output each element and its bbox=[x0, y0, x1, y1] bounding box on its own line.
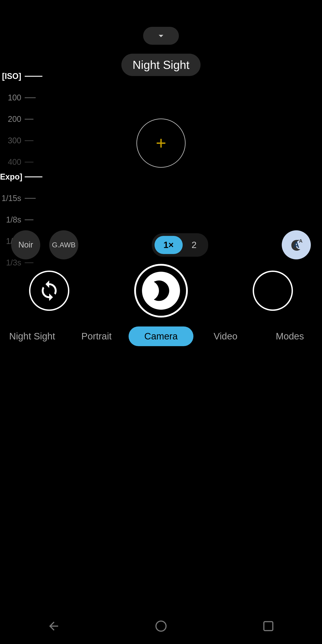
iso-200-line bbox=[24, 119, 34, 120]
expo-1-15-line bbox=[24, 198, 36, 199]
gawb-label: G.AWB bbox=[52, 241, 75, 249]
mode-video-label: Video bbox=[214, 331, 238, 342]
svg-text:A: A bbox=[299, 238, 302, 244]
iso-300-line bbox=[24, 140, 34, 141]
mode-portrait[interactable]: Portrait bbox=[64, 326, 129, 346]
expo-scale: Expo] 1/15s 1/8s 1/4s 1/3s bbox=[0, 172, 49, 280]
home-icon bbox=[154, 620, 168, 633]
iso-scale: [ISO] 100 200 300 400 bbox=[0, 72, 45, 179]
expo-1-15-item: 1/15s bbox=[0, 194, 49, 203]
iso-200-item: 200 bbox=[0, 114, 45, 124]
back-icon bbox=[47, 620, 60, 633]
mode-modes-label: Modes bbox=[276, 331, 304, 342]
mode-modes[interactable]: Modes bbox=[258, 326, 322, 346]
night-sight-label: Night Sight bbox=[132, 58, 190, 71]
expo-base-label: Expo] bbox=[0, 172, 24, 182]
back-button[interactable] bbox=[45, 617, 62, 635]
svg-point-1 bbox=[156, 621, 166, 631]
iso-base-line bbox=[24, 76, 42, 77]
shutter-moon-icon bbox=[149, 278, 173, 303]
expo-base-line bbox=[24, 176, 42, 177]
camera-row bbox=[0, 264, 322, 318]
iso-200-label: 200 bbox=[0, 114, 24, 124]
expo-1-8-line bbox=[24, 219, 34, 220]
mode-night-sight[interactable]: Night Sight bbox=[0, 326, 64, 346]
zoom-toggle: 1× 2 bbox=[152, 233, 208, 257]
focus-plus-icon: + bbox=[156, 134, 166, 152]
iso-300-item: 300 bbox=[0, 136, 45, 145]
zoom-2x-label: 2 bbox=[192, 240, 196, 250]
recents-icon bbox=[262, 620, 275, 633]
iso-400-label: 400 bbox=[0, 158, 24, 167]
expo-1-8-item: 1/8s bbox=[0, 215, 49, 224]
controls-row: Noir G.AWB 1× 2 A A bbox=[0, 230, 322, 260]
navigation-bar bbox=[0, 608, 322, 644]
iso-100-label: 100 bbox=[0, 93, 24, 102]
flip-camera-icon bbox=[38, 280, 60, 302]
iso-300-label: 300 bbox=[0, 136, 24, 145]
iso-100-item: 100 bbox=[0, 93, 45, 102]
mode-video[interactable]: Video bbox=[194, 326, 258, 346]
noir-label: Noir bbox=[18, 240, 33, 250]
night-sight-badge: Night Sight bbox=[122, 54, 200, 76]
iso-400-line bbox=[24, 162, 34, 162]
expo-1-8-label: 1/8s bbox=[0, 215, 24, 224]
auto-label: A bbox=[293, 240, 299, 250]
iso-400-item: 400 bbox=[0, 158, 45, 167]
shutter-inner bbox=[142, 272, 180, 310]
focus-circle[interactable]: + bbox=[136, 118, 186, 168]
noir-button[interactable]: Noir bbox=[11, 230, 40, 260]
zoom-2x-button[interactable]: 2 bbox=[183, 236, 206, 254]
gallery-button[interactable] bbox=[253, 270, 293, 311]
mode-camera[interactable]: Camera bbox=[128, 326, 193, 346]
iso-100-line bbox=[24, 97, 36, 98]
expo-1-3-line bbox=[24, 262, 34, 263]
expo-base-item: Expo] bbox=[0, 172, 49, 182]
mode-camera-label: Camera bbox=[144, 331, 178, 342]
recents-button[interactable] bbox=[260, 617, 277, 635]
chevron-button[interactable] bbox=[143, 27, 179, 45]
svg-rect-2 bbox=[264, 622, 273, 630]
shutter-button[interactable] bbox=[134, 264, 188, 318]
mode-portrait-label: Portrait bbox=[82, 331, 112, 342]
zoom-1x-label: 1× bbox=[164, 240, 174, 250]
iso-base-item: [ISO] bbox=[0, 72, 45, 81]
home-button[interactable] bbox=[152, 617, 170, 635]
camera-screen: Night Sight [ISO] 100 200 300 400 + Expo bbox=[0, 0, 322, 644]
iso-base-label: [ISO] bbox=[0, 72, 24, 81]
flip-camera-button[interactable] bbox=[29, 270, 69, 311]
gawb-button[interactable]: G.AWB bbox=[49, 230, 78, 260]
mode-night-sight-label: Night Sight bbox=[9, 331, 55, 342]
filter-buttons: Noir G.AWB bbox=[11, 230, 78, 260]
expo-1-15-label: 1/15s bbox=[0, 194, 24, 203]
mode-bar: Night Sight Portrait Camera Video Modes bbox=[0, 326, 322, 346]
chevron-down-icon bbox=[156, 30, 166, 41]
auto-night-button[interactable]: A A bbox=[282, 230, 311, 260]
zoom-1x-button[interactable]: 1× bbox=[154, 236, 183, 254]
